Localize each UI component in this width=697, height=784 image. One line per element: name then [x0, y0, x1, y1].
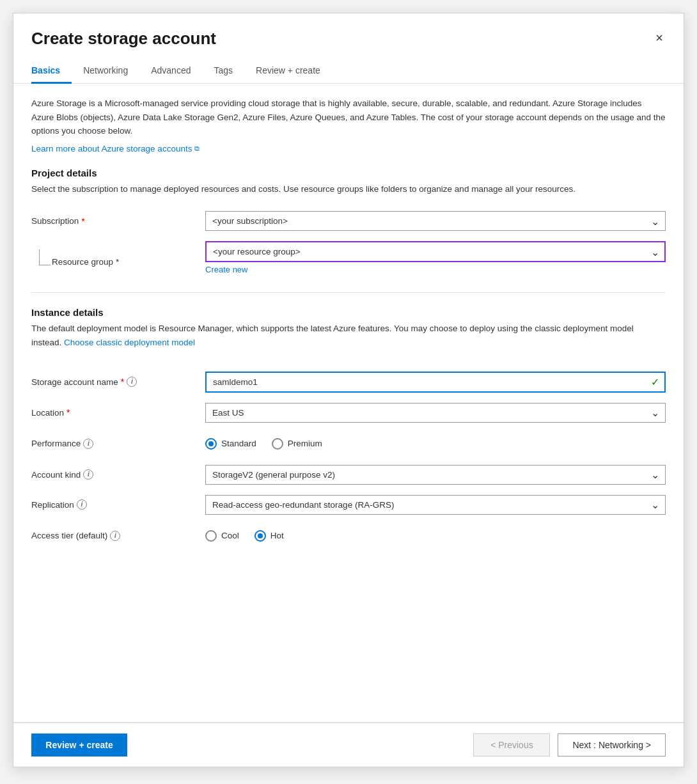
subscription-label: Subscription *: [31, 208, 198, 234]
project-details-form: Subscription * <your subscription> Resou…: [31, 206, 666, 279]
project-details-description: Select the subscription to manage deploy…: [31, 182, 666, 196]
external-link-icon: ⧉: [194, 145, 200, 153]
review-create-button[interactable]: Review + create: [31, 733, 127, 757]
create-new-link[interactable]: Create new: [205, 265, 666, 274]
tab-tags[interactable]: Tags: [202, 59, 244, 84]
access-tier-hot-option[interactable]: Hot: [255, 530, 284, 542]
storage-name-control: ✓: [198, 366, 666, 398]
location-required: *: [67, 407, 70, 418]
access-tier-label: Access tier (default) i: [31, 523, 198, 549]
subscription-control: <your subscription>: [198, 206, 666, 236]
subscription-required: *: [81, 216, 84, 226]
performance-standard-radio[interactable]: [205, 438, 217, 450]
account-kind-select[interactable]: StorageV2 (general purpose v2): [205, 465, 666, 485]
classic-deployment-link[interactable]: Choose classic deployment model: [64, 338, 195, 347]
create-storage-dialog: Create storage account × Basics Networki…: [13, 13, 684, 767]
resource-group-select-wrapper: <your resource group>: [205, 241, 666, 262]
resource-group-select[interactable]: <your resource group>: [205, 241, 666, 262]
storage-name-input[interactable]: [205, 372, 666, 393]
instance-details-description: The default deployment model is Resource…: [31, 322, 666, 349]
access-tier-cool-option[interactable]: Cool: [205, 530, 239, 542]
location-control: East US: [198, 398, 666, 428]
access-tier-hot-radio[interactable]: [255, 530, 266, 542]
previous-button[interactable]: < Previous: [473, 733, 550, 757]
replication-select-wrapper: Read-access geo-redundant storage (RA-GR…: [205, 495, 666, 515]
access-tier-radio-group: Cool Hot: [205, 525, 666, 547]
access-tier-cool-radio[interactable]: [205, 530, 217, 542]
account-kind-info-icon[interactable]: i: [83, 469, 93, 480]
subscription-select-wrapper: <your subscription>: [205, 211, 666, 231]
account-kind-select-wrapper: StorageV2 (general purpose v2): [205, 465, 666, 485]
performance-premium-option[interactable]: Premium: [272, 438, 322, 450]
learn-more-link[interactable]: Learn more about Azure storage accounts …: [31, 144, 200, 153]
location-select[interactable]: East US: [205, 403, 666, 423]
performance-control: Standard Premium: [198, 428, 666, 460]
replication-info-icon[interactable]: i: [77, 499, 87, 510]
performance-premium-radio[interactable]: [272, 438, 283, 450]
close-button[interactable]: ×: [653, 29, 666, 47]
access-tier-info-icon[interactable]: i: [110, 531, 120, 541]
resource-group-label: Resource group *: [31, 249, 198, 267]
replication-label: Replication i: [31, 492, 198, 517]
storage-name-required: *: [121, 377, 124, 387]
dialog-body: Azure Storage is a Microsoft-managed ser…: [13, 84, 684, 722]
instance-details-title: Instance details: [31, 307, 666, 318]
tab-review-create[interactable]: Review + create: [244, 59, 332, 84]
subscription-select[interactable]: <your subscription>: [205, 211, 666, 231]
tab-advanced[interactable]: Advanced: [139, 59, 202, 84]
replication-select[interactable]: Read-access geo-redundant storage (RA-GR…: [205, 495, 666, 515]
performance-label: Performance i: [31, 431, 198, 457]
instance-details-form: Storage account name * i ✓ Location * Ea…: [31, 366, 666, 552]
replication-control: Read-access geo-redundant storage (RA-GR…: [198, 490, 666, 520]
location-label: Location *: [31, 400, 198, 425]
next-button[interactable]: Next : Networking >: [558, 733, 666, 757]
dialog-header: Create storage account ×: [13, 13, 684, 59]
performance-standard-option[interactable]: Standard: [205, 438, 256, 450]
account-kind-label: Account kind i: [31, 462, 198, 487]
storage-name-label: Storage account name * i: [31, 369, 198, 395]
storage-name-check-icon: ✓: [651, 376, 659, 388]
divider: [31, 292, 666, 293]
tab-networking[interactable]: Networking: [72, 59, 139, 84]
performance-info-icon[interactable]: i: [83, 439, 93, 449]
tab-bar: Basics Networking Advanced Tags Review +…: [13, 59, 684, 84]
resource-group-required: *: [116, 257, 119, 267]
intro-description: Azure Storage is a Microsoft-managed ser…: [31, 97, 666, 138]
location-select-wrapper: East US: [205, 403, 666, 423]
project-details-title: Project details: [31, 168, 666, 178]
tab-basics[interactable]: Basics: [31, 59, 72, 84]
performance-radio-group: Standard Premium: [205, 433, 666, 455]
access-tier-control: Cool Hot: [198, 520, 666, 552]
spacer: [31, 360, 666, 366]
account-kind-control: StorageV2 (general purpose v2): [198, 460, 666, 490]
dialog-footer: Review + create < Previous Next : Networ…: [13, 722, 684, 767]
dialog-title: Create storage account: [31, 29, 216, 49]
storage-name-info-icon[interactable]: i: [127, 377, 137, 387]
storage-name-input-wrapper: ✓: [205, 372, 666, 393]
resource-group-control: <your resource group> Create new: [198, 236, 666, 279]
